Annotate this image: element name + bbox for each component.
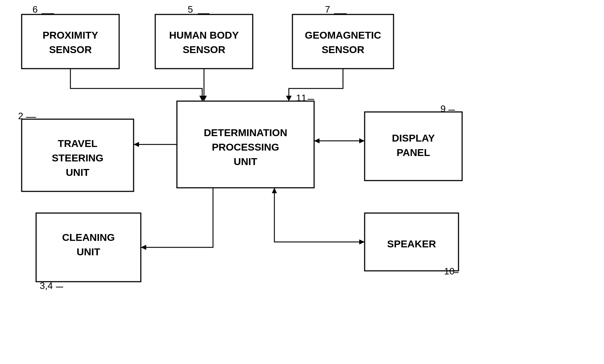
det-to-travel-arrow xyxy=(134,142,139,147)
display-panel-label2: PANEL xyxy=(397,147,430,158)
ref-10: 10 xyxy=(444,266,455,277)
ref-5: 5 xyxy=(188,4,193,15)
det-to-speaker-arrow-r xyxy=(359,239,365,244)
det-to-display-arrow-l xyxy=(314,138,320,143)
det-proc-label3: UNIT xyxy=(234,156,257,167)
det-proc-label2: PROCESSING xyxy=(212,142,279,153)
cleaning-unit-label: CLEANING xyxy=(62,232,115,243)
det-to-cleaning-arrow xyxy=(141,245,146,250)
geomag-arrow xyxy=(286,96,292,101)
display-panel-label: DISPLAY xyxy=(392,133,435,144)
proximity-sensor-box xyxy=(22,14,119,69)
geomagnetic-sensor-box xyxy=(292,14,394,69)
proximity-sensor-label: PROXIMITY xyxy=(43,30,98,41)
human-body-sensor-box xyxy=(155,14,253,69)
display-panel-box xyxy=(365,112,462,181)
travel-steering-unit-label2: STEERING xyxy=(52,152,103,164)
proximity-sensor-label2: SENSOR xyxy=(49,44,92,55)
speaker-label: SPEAKER xyxy=(387,238,436,250)
geomagnetic-sensor-label2: SENSOR xyxy=(322,44,364,55)
det-to-speaker xyxy=(274,188,365,242)
ref-9: 9 xyxy=(440,103,446,114)
human-body-sensor-label2: SENSOR xyxy=(183,44,225,55)
ref-7: 7 xyxy=(325,4,330,15)
det-proc-label: DETERMINATION xyxy=(204,127,287,138)
ref-2: 2 xyxy=(18,110,23,121)
diagram-container: PROXIMITY SENSOR HUMAN BODY SENSOR GEOMA… xyxy=(0,0,604,364)
human-body-sensor-label: HUMAN BODY xyxy=(169,30,239,41)
ref-11: 11 xyxy=(296,92,307,103)
travel-steering-unit-label: TRAVEL xyxy=(58,138,97,149)
det-to-speaker-arrow-l xyxy=(272,188,277,193)
ref-34: 3,4 xyxy=(40,280,53,291)
det-to-display-arrow-r xyxy=(359,138,365,143)
cleaning-unit-label2: UNIT xyxy=(77,246,100,257)
proximity-to-det xyxy=(70,69,202,101)
geomagnetic-sensor-label: GEOMAGNETIC xyxy=(305,30,381,41)
det-to-cleaning xyxy=(141,188,213,247)
ref-6: 6 xyxy=(32,4,38,15)
travel-steering-unit-label3: UNIT xyxy=(66,167,89,178)
